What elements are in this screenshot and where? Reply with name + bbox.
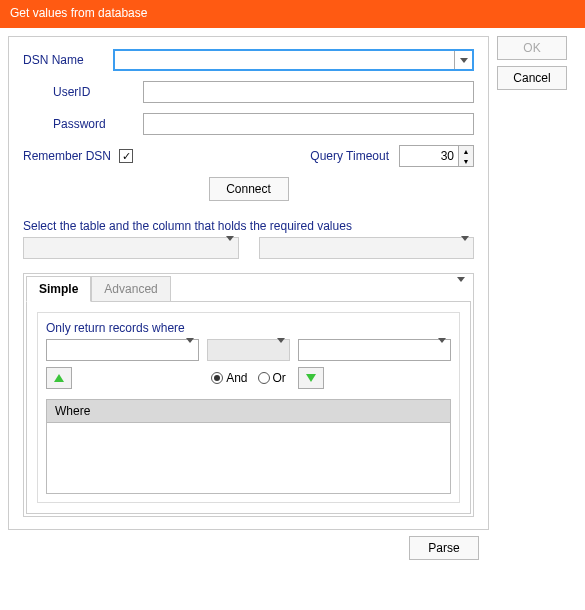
chevron-down-icon <box>226 241 234 255</box>
password-input[interactable] <box>143 113 474 135</box>
or-radio[interactable]: Or <box>258 371 286 385</box>
select-table-label: Select the table and the column that hol… <box>23 219 474 233</box>
chevron-down-icon[interactable] <box>454 51 472 69</box>
connect-button[interactable]: Connect <box>209 177 289 201</box>
dsn-name-combo[interactable] <box>113 49 474 71</box>
filter-field-combo[interactable] <box>46 339 199 361</box>
expand-icon[interactable] <box>451 282 471 296</box>
remember-dsn-label: Remember DSN <box>23 149 111 163</box>
move-up-button[interactable] <box>46 367 72 389</box>
remember-dsn-checkbox[interactable]: ✓ <box>119 149 133 163</box>
chevron-down-icon <box>186 343 194 357</box>
where-list: Where <box>46 399 451 494</box>
window-title: Get values from database <box>10 6 147 20</box>
spin-down-icon[interactable]: ▼ <box>459 156 473 166</box>
tab-advanced[interactable]: Advanced <box>91 276 170 302</box>
spin-up-icon[interactable]: ▲ <box>459 146 473 156</box>
where-header: Where <box>47 400 450 423</box>
userid-input[interactable] <box>143 81 474 103</box>
chevron-down-icon <box>277 343 285 357</box>
titlebar: Get values from database <box>0 0 585 28</box>
only-return-label: Only return records where <box>46 321 451 335</box>
cancel-button[interactable]: Cancel <box>497 66 567 90</box>
parse-button[interactable]: Parse <box>409 536 479 560</box>
dialog-window: Get values from database DSN Name UserID… <box>0 0 585 610</box>
tab-simple[interactable]: Simple <box>26 276 91 302</box>
tabstrip: Simple Advanced <box>26 276 471 302</box>
main-panel: DSN Name UserID Password Remember DSN <box>8 36 489 530</box>
query-timeout-label: Query Timeout <box>310 149 389 163</box>
chevron-down-icon <box>438 343 446 357</box>
filter-op-combo[interactable] <box>207 339 290 361</box>
userid-label: UserID <box>53 85 143 99</box>
ok-button[interactable]: OK <box>497 36 567 60</box>
query-timeout-input[interactable] <box>399 145 459 167</box>
chevron-down-icon <box>461 241 469 255</box>
dsn-label: DSN Name <box>23 53 113 67</box>
table-combo[interactable] <box>23 237 239 259</box>
and-radio[interactable]: And <box>211 371 247 385</box>
move-down-button[interactable] <box>298 367 324 389</box>
password-label: Password <box>53 117 143 131</box>
column-combo[interactable] <box>259 237 475 259</box>
filter-value-combo[interactable] <box>298 339 451 361</box>
where-body[interactable] <box>47 423 450 493</box>
